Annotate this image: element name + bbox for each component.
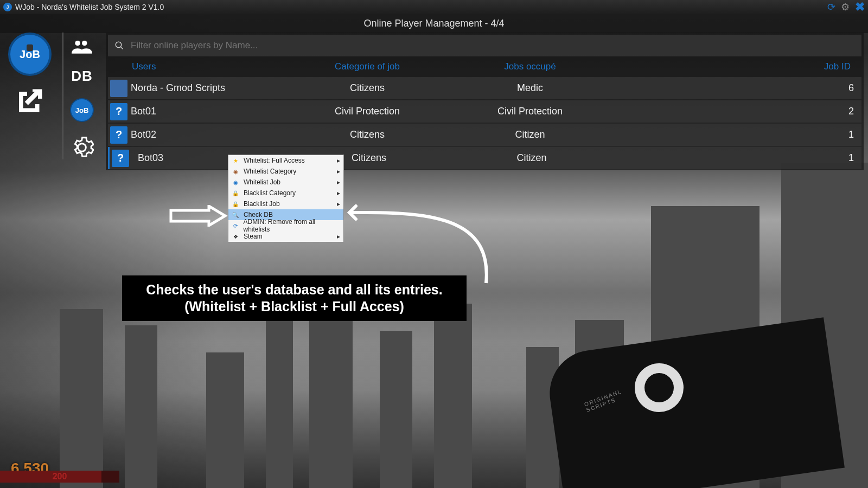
wjob-logo: JoB bbox=[8, 33, 52, 76]
cell-jobid: 1 bbox=[617, 129, 861, 140]
ctx-item[interactable]: 🔒Blacklist Category▸ bbox=[228, 188, 343, 198]
ctx-label: Whitelist: Full Access bbox=[244, 157, 305, 164]
search-icon bbox=[114, 41, 124, 50]
submenu-arrow-icon: ▸ bbox=[337, 233, 340, 240]
badge-icon: ◉ bbox=[232, 168, 239, 175]
col-users: Users bbox=[112, 61, 291, 72]
ctx-label: Whitelist Job bbox=[244, 178, 280, 186]
nav-users-icon[interactable] bbox=[72, 39, 92, 54]
ctx-label: Blacklist Job bbox=[244, 200, 280, 208]
gear-icon[interactable]: ⚙ bbox=[841, 1, 850, 13]
filter-input[interactable] bbox=[131, 40, 855, 51]
window-title: WJob - Norda's Whitelist Job System 2 V1… bbox=[15, 3, 164, 11]
cell-user: Bot01 bbox=[131, 106, 291, 117]
window-titlebar: J WJob - Norda's Whitelist Job System 2 … bbox=[0, 0, 868, 14]
steam-icon: ❖ bbox=[232, 233, 239, 240]
ctx-item[interactable]: ★Whitelist: Full Access▸ bbox=[228, 155, 343, 166]
question-avatar-icon: ? bbox=[110, 126, 127, 144]
table-header: Users Categorie of job Jobs occupé Job I… bbox=[106, 56, 864, 77]
submenu-arrow-icon: ▸ bbox=[337, 157, 340, 164]
submenu-arrow-icon: ▸ bbox=[337, 178, 340, 186]
cell-user: Bot02 bbox=[131, 129, 291, 140]
nav-column: DB JoB bbox=[62, 33, 100, 159]
svg-line-3 bbox=[120, 47, 123, 49]
context-menu: ★Whitelist: Full Access▸◉Whitelist Categ… bbox=[228, 155, 344, 242]
svg-point-1 bbox=[82, 41, 87, 46]
cell-job: Citizen bbox=[445, 152, 618, 164]
weapon-viewmodel: ORIGINAHL SCRIPTS bbox=[488, 293, 835, 488]
submenu-arrow-icon: ▸ bbox=[337, 168, 340, 175]
lock-icon: 🔒 bbox=[232, 200, 239, 208]
export-icon[interactable] bbox=[11, 82, 49, 120]
submenu-arrow-icon: ▸ bbox=[337, 200, 340, 208]
cell-job: Medic bbox=[443, 82, 617, 94]
question-avatar-icon: ? bbox=[112, 150, 129, 167]
ctx-item[interactable]: 🔒Blacklist Job▸ bbox=[228, 198, 343, 209]
blue-icon: ◉ bbox=[232, 178, 239, 186]
ctx-item[interactable]: ◉Whitelist Category▸ bbox=[228, 166, 343, 177]
close-icon[interactable]: ✖ bbox=[855, 0, 865, 14]
cell-category: Civil Protection bbox=[291, 106, 443, 117]
cell-job: Civil Protection bbox=[443, 106, 617, 117]
table-row[interactable]: ?Bot02CitizensCitizen1 bbox=[108, 124, 861, 146]
hud-hp-bar: 200 bbox=[0, 471, 119, 483]
page-title: Online Player Management - 4/4 bbox=[0, 14, 868, 33]
originahl-logo-icon bbox=[635, 363, 684, 412]
ctx-item[interactable]: ⟳ADMIN: Remove from all whitelists bbox=[228, 220, 343, 231]
ref-icon: ⟳ bbox=[232, 222, 239, 229]
ctx-label: Whitelist Category bbox=[244, 168, 296, 175]
players-panel: Users Categorie of job Jobs occupé Job I… bbox=[106, 33, 864, 170]
svg-point-0 bbox=[75, 41, 80, 46]
cell-category: Citizens bbox=[291, 82, 443, 94]
ctx-label: Steam bbox=[244, 233, 263, 240]
svg-point-2 bbox=[116, 42, 122, 48]
col-category: Categorie of job bbox=[291, 61, 443, 72]
table-row[interactable]: ?Bot03CitizensCitizen1 bbox=[108, 147, 861, 169]
cell-category: Citizens bbox=[291, 129, 443, 140]
nav-settings-icon[interactable] bbox=[70, 136, 94, 159]
annotation-line1: Checks the user's database and all its e… bbox=[132, 282, 457, 298]
search-icon: 🔍 bbox=[232, 211, 239, 219]
annotation-arrow-left bbox=[168, 205, 228, 229]
player-avatar-icon bbox=[110, 80, 127, 97]
col-jobid: Job ID bbox=[617, 61, 857, 72]
app-icon: J bbox=[3, 3, 12, 11]
submenu-arrow-icon: ▸ bbox=[337, 189, 340, 197]
refresh-icon[interactable]: ⟳ bbox=[827, 1, 835, 13]
nav-wjob-icon[interactable]: JoB bbox=[70, 98, 94, 122]
cell-jobid: 6 bbox=[617, 82, 861, 94]
cell-user: Norda - Gmod Scripts bbox=[131, 82, 291, 94]
ctx-item[interactable]: ❖Steam▸ bbox=[228, 231, 343, 242]
cell-jobid: 2 bbox=[617, 106, 861, 117]
logo-column: JoB bbox=[5, 33, 54, 120]
cell-job: Citizen bbox=[443, 129, 617, 140]
question-avatar-icon: ? bbox=[110, 103, 127, 120]
annotation-line2: (Whitelist + Blacklist + Full Acces) bbox=[132, 299, 457, 314]
annotation-box: Checks the user's database and all its e… bbox=[122, 275, 467, 321]
col-job: Jobs occupé bbox=[443, 61, 617, 72]
table-row[interactable]: Norda - Gmod ScriptsCitizensMedic6 bbox=[108, 77, 861, 99]
table-row[interactable]: ?Bot01Civil ProtectionCivil Protection2 bbox=[108, 100, 861, 123]
nav-db[interactable]: DB bbox=[71, 68, 93, 85]
lock-icon: 🔒 bbox=[232, 189, 239, 197]
star-icon: ★ bbox=[232, 157, 239, 164]
cell-jobid: 1 bbox=[618, 152, 861, 164]
ctx-label: Check DB bbox=[244, 211, 273, 219]
filter-row bbox=[108, 35, 861, 56]
ctx-label: Blacklist Category bbox=[244, 189, 296, 197]
ctx-item[interactable]: ◉Whitelist Job▸ bbox=[228, 177, 343, 188]
